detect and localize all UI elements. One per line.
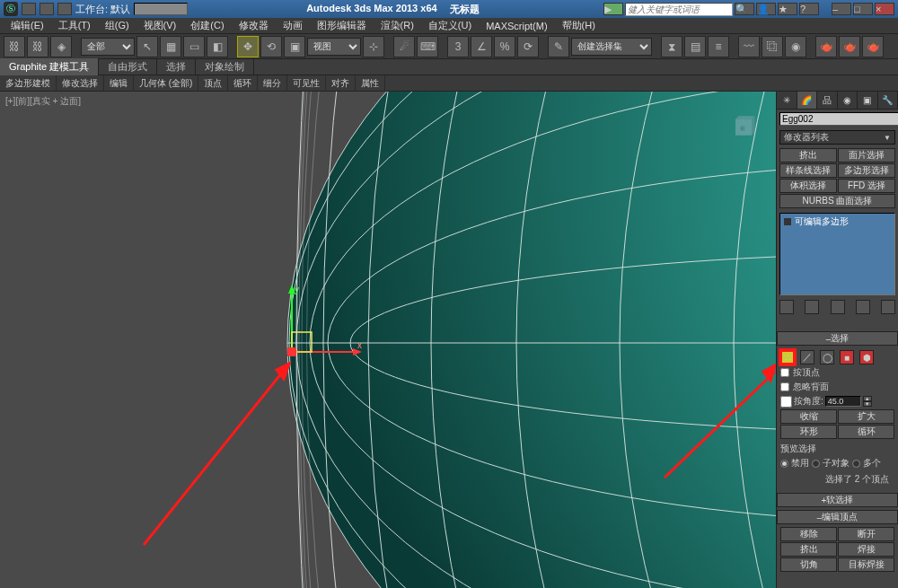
select-rect-icon[interactable]: ▭ xyxy=(183,36,205,57)
mod-polysel[interactable]: 多边形选择 xyxy=(838,163,895,178)
render-setup-icon[interactable]: 🫖 xyxy=(815,36,837,57)
rib2-vis[interactable]: 可见性 xyxy=(287,75,326,92)
rib2-vertex[interactable]: 顶点 xyxy=(198,75,228,92)
ribbon-tab-select[interactable]: 选择 xyxy=(157,58,196,75)
select-name-icon[interactable]: ▦ xyxy=(160,36,181,57)
redo-button[interactable] xyxy=(40,3,54,15)
mod-facesel[interactable]: 面片选择 xyxy=(838,148,895,162)
rib2-loop[interactable]: 循环 xyxy=(228,75,258,92)
cp-tab-create[interactable]: ✳ xyxy=(777,92,797,109)
viewport[interactable]: [+][前][真实 + 边面] xyxy=(0,92,776,588)
btn-shrink[interactable]: 收缩 xyxy=(780,409,837,424)
help-icon[interactable]: ? xyxy=(799,3,819,15)
menu-help[interactable]: 帮助(H) xyxy=(555,17,603,34)
bind-icon[interactable]: ◈ xyxy=(50,36,72,57)
menu-grapheditors[interactable]: 图形编辑器 xyxy=(310,17,374,34)
rotate-icon[interactable]: ⟲ xyxy=(260,36,282,57)
mod-splinesel[interactable]: 样条线选择 xyxy=(779,163,837,178)
mod-extrude[interactable]: 挤出 xyxy=(779,148,837,162)
snap-icon[interactable]: 3 xyxy=(447,36,469,57)
stack-item-epoly[interactable]: 可编辑多边形 xyxy=(780,214,894,230)
btn-remove[interactable]: 移除 xyxy=(780,527,837,541)
btn-extrude2[interactable]: 挤出 xyxy=(780,542,837,557)
btn-weld[interactable]: 焊接 xyxy=(838,542,894,557)
rib2-attr[interactable]: 属性 xyxy=(356,75,385,92)
cp-tab-util[interactable]: 🔧 xyxy=(878,92,899,109)
ribbon-tab-graphite[interactable]: Graphite 建模工具 xyxy=(0,58,99,75)
layer-icon[interactable]: ≡ xyxy=(708,36,729,57)
menu-maxscript[interactable]: MAXScript(M) xyxy=(479,19,554,33)
subobj-element[interactable]: ⬢ xyxy=(859,350,874,364)
radio-subobj[interactable] xyxy=(812,460,820,468)
mirror-icon[interactable]: ⧗ xyxy=(661,36,682,57)
selection-filter[interactable]: 全部 xyxy=(81,38,135,56)
move-icon[interactable]: ✥ xyxy=(237,36,259,57)
favorite-icon[interactable]: ★ xyxy=(778,3,797,15)
mod-volsel[interactable]: 体积选择 xyxy=(779,179,837,193)
select-window-icon[interactable]: ◧ xyxy=(207,36,228,57)
pivot-icon[interactable]: ⊹ xyxy=(363,36,384,57)
viewcube[interactable]: 前 xyxy=(727,110,760,142)
ribbon-tab-objpaint[interactable]: 对象绘制 xyxy=(196,58,254,75)
rollout-selection[interactable]: – 选择 xyxy=(777,331,898,346)
radio-multi[interactable] xyxy=(852,460,860,468)
app-icon[interactable]: Ⓢ xyxy=(4,2,18,16)
subobj-border[interactable]: ◯ xyxy=(820,350,834,364)
unique-icon[interactable] xyxy=(831,300,845,314)
btn-target[interactable]: 目标焊接 xyxy=(838,557,894,572)
radio-off[interactable] xyxy=(780,460,788,468)
ribbon-tab-freeform[interactable]: 自由形式 xyxy=(99,58,157,75)
workspace-select[interactable] xyxy=(134,3,188,15)
ref-coord[interactable]: 视图 xyxy=(307,38,361,56)
btn-grow[interactable]: 扩大 xyxy=(838,409,894,424)
maximize-button[interactable]: □ xyxy=(853,3,873,15)
rollout-editvertex[interactable]: – 编辑顶点 xyxy=(777,510,898,524)
cp-tab-motion[interactable]: ◉ xyxy=(838,92,858,109)
subobj-vertex[interactable]: ∴ xyxy=(780,350,795,364)
menu-animation[interactable]: 动画 xyxy=(276,17,310,34)
named-sel-edit-icon[interactable]: ✎ xyxy=(548,36,569,57)
chk-byvertex[interactable] xyxy=(780,368,789,377)
mod-ffdsel[interactable]: FFD 选择 xyxy=(838,179,895,193)
spinner-snap-icon[interactable]: ⟳ xyxy=(517,36,539,57)
keyword-search[interactable] xyxy=(625,3,733,16)
search-icon[interactable]: 🔍 xyxy=(735,3,754,15)
rib2-polymodel[interactable]: 多边形建模 xyxy=(0,75,57,92)
material-editor-icon[interactable]: ◉ xyxy=(785,36,806,57)
close-button[interactable]: × xyxy=(875,3,894,15)
modifier-list[interactable]: 修改器列表▼ xyxy=(779,130,895,145)
signin-icon[interactable]: 👤 xyxy=(756,3,776,15)
named-sel-set[interactable]: 创建选择集 xyxy=(571,38,652,56)
subobj-polygon[interactable]: ■ xyxy=(840,350,854,364)
menu-view[interactable]: 视图(V) xyxy=(136,17,184,34)
chk-byangle[interactable] xyxy=(780,396,792,408)
menu-tools[interactable]: 工具(T) xyxy=(51,17,98,34)
expand-icon[interactable] xyxy=(784,218,791,225)
angle-snap-icon[interactable]: ∠ xyxy=(471,36,492,57)
cp-tab-hierarchy[interactable]: 品 xyxy=(817,92,838,109)
render-icon[interactable]: 🫖 xyxy=(862,36,884,57)
minimize-button[interactable]: – xyxy=(832,3,851,15)
show-end-icon[interactable] xyxy=(805,300,819,314)
btn-break[interactable]: 断开 xyxy=(838,527,894,541)
rib2-subdiv[interactable]: 细分 xyxy=(258,75,287,92)
curve-editor-icon[interactable]: 〰 xyxy=(738,36,760,57)
btn-chamfer[interactable]: 切角 xyxy=(780,557,837,572)
percent-snap-icon[interactable]: % xyxy=(494,36,515,57)
select-icon[interactable]: ↖ xyxy=(136,36,158,57)
manip-icon[interactable]: ☄ xyxy=(393,36,415,57)
modifier-stack[interactable]: 可编辑多边形 xyxy=(779,213,895,295)
rib2-align[interactable]: 对齐 xyxy=(326,75,356,92)
play-icon[interactable]: ▶ xyxy=(603,3,623,15)
menu-modifiers[interactable]: 修改器 xyxy=(232,17,276,34)
angle-spinner[interactable] xyxy=(825,396,861,407)
chk-ignoreback[interactable] xyxy=(780,382,789,391)
rib2-edit[interactable]: 编辑 xyxy=(104,75,134,92)
rib2-modsel[interactable]: 修改选择 xyxy=(57,75,104,92)
link-icon[interactable]: ⛓ xyxy=(4,36,25,57)
config-stack-icon[interactable] xyxy=(881,300,895,314)
menu-render[interactable]: 渲染(R) xyxy=(374,17,421,34)
link-button[interactable] xyxy=(57,3,72,15)
object-name-field[interactable] xyxy=(779,112,898,126)
btn-loop[interactable]: 循环 xyxy=(838,425,894,439)
